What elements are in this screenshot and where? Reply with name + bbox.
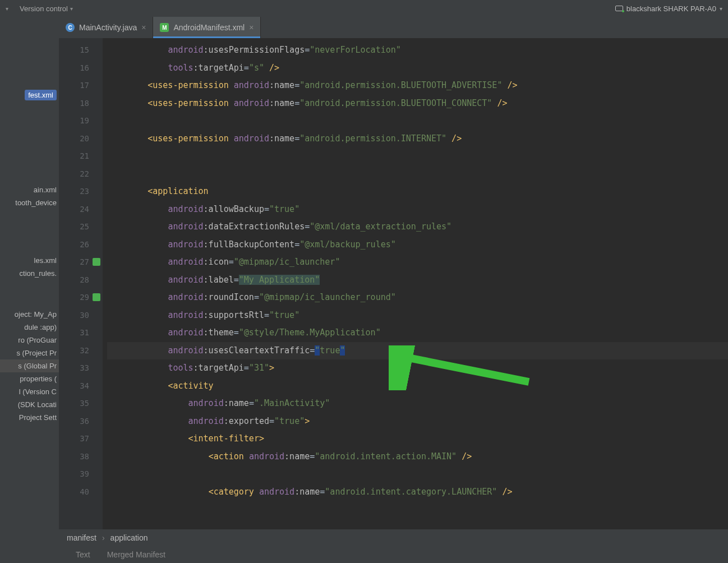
version-control-menu[interactable]: Version control ▾	[20, 4, 73, 13]
line-number: 27	[59, 253, 89, 271]
sidebar-item[interactable]: ro (ProGuar	[0, 334, 59, 347]
code-line[interactable]: android:supportsRtl="true"	[107, 307, 728, 325]
code-line[interactable]: android:theme="@style/Theme.MyApplicatio…	[107, 324, 728, 342]
code-line[interactable]: tools:targetApi="s" />	[107, 59, 728, 77]
code-content[interactable]: android:usesPermissionFlags="neverForLoc…	[103, 38, 728, 529]
line-number: 30	[59, 307, 89, 325]
line-number: 26	[59, 236, 89, 254]
line-number: 28	[59, 271, 89, 289]
close-icon[interactable]: ×	[249, 23, 254, 32]
code-line[interactable]: <application	[107, 183, 728, 201]
code-line[interactable]	[107, 112, 728, 130]
code-line[interactable]: <activity	[107, 377, 728, 395]
device-name: blackshark SHARK PAR-A0	[626, 4, 716, 13]
tab-label: MainActivity.java	[79, 23, 137, 32]
code-line[interactable]	[107, 165, 728, 183]
sidebar-item[interactable]: l (Version C	[0, 385, 59, 398]
line-number: 32	[59, 342, 89, 360]
code-line[interactable]: android:label="My Application"	[107, 271, 728, 289]
code-line[interactable]: android:icon="@mipmap/ic_launcher"	[107, 253, 728, 271]
code-line[interactable]: android:name=".MainActivity"	[107, 395, 728, 413]
line-number: 17	[59, 77, 89, 95]
file-type-icon: C	[66, 23, 75, 32]
sidebar-item[interactable]: les.xml	[0, 254, 59, 267]
code-line[interactable]: android:usesCleartextTraffic="true"	[107, 342, 728, 360]
menu-item[interactable]: ▾	[6, 6, 8, 12]
tab-label: AndroidManifest.xml	[173, 23, 245, 32]
code-line[interactable]	[107, 465, 728, 483]
sidebar-item[interactable]: tooth_device	[0, 196, 59, 209]
sidebar-item[interactable]: oject: My_Ap	[0, 308, 59, 321]
sidebar-item[interactable]: s (Project Pr	[0, 347, 59, 359]
code-line[interactable]	[107, 147, 728, 165]
device-selector[interactable]: blackshark SHARK PAR-A0 ▾	[615, 4, 722, 13]
code-line[interactable]: <uses-permission android:name="android.p…	[107, 130, 728, 148]
line-number: 33	[59, 359, 89, 377]
close-icon[interactable]: ×	[141, 23, 146, 32]
line-number: 40	[59, 483, 89, 501]
code-line[interactable]: <uses-permission android:name="android.p…	[107, 77, 728, 95]
line-number: 35	[59, 395, 89, 413]
line-number: 21	[59, 147, 89, 165]
view-tab[interactable]: Merged Manifest	[107, 550, 165, 559]
code-line[interactable]: <intent-filter>	[107, 430, 728, 448]
line-number: 18	[59, 95, 89, 113]
sidebar-item[interactable]: s (Global Pr	[0, 359, 59, 372]
editor-tab[interactable]: C MainActivity.java ×	[59, 17, 153, 38]
code-line[interactable]: <uses-permission android:name="android.p…	[107, 95, 728, 113]
breadcrumb-item[interactable]: manifest	[67, 533, 96, 542]
device-icon	[615, 6, 623, 11]
chevron-down-icon: ▾	[6, 6, 8, 12]
chevron-down-icon: ▾	[70, 6, 73, 12]
line-number: 23	[59, 183, 89, 201]
line-number: 19	[59, 112, 89, 130]
line-number: 25	[59, 218, 89, 236]
sidebar-item[interactable]: ain.xml	[0, 183, 59, 196]
code-line[interactable]: <category android:name="android.intent.c…	[107, 483, 728, 501]
code-line[interactable]: tools:targetApi="31">	[107, 359, 728, 377]
topbar: ▾ Version control ▾ blackshark SHARK PAR…	[0, 0, 728, 17]
sidebar-item[interactable]: Project Sett	[0, 411, 59, 424]
line-number: 16	[59, 59, 89, 77]
chevron-down-icon: ▾	[720, 6, 722, 12]
project-sidebar[interactable]: fest.xmlain.xmltooth_deviceles.xmlction_…	[0, 17, 59, 563]
code-line[interactable]: <action android:name="android.intent.act…	[107, 448, 728, 466]
line-number: 39	[59, 465, 89, 483]
code-line[interactable]: android:roundIcon="@mipmap/ic_launcher_r…	[107, 289, 728, 307]
android-icon	[93, 293, 100, 301]
line-number: 24	[59, 201, 89, 219]
breadcrumb-item[interactable]: application	[110, 533, 148, 542]
line-gutter: 1516171819202122232425262728293031323334…	[59, 38, 103, 529]
line-number: 29	[59, 289, 89, 307]
line-number: 34	[59, 377, 89, 395]
sidebar-item[interactable]: properties (	[0, 372, 59, 385]
breadcrumb-separator: ›	[102, 533, 105, 542]
code-editor[interactable]: 1516171819202122232425262728293031323334…	[59, 38, 728, 529]
editor-tab[interactable]: M AndroidManifest.xml ×	[153, 17, 261, 38]
android-icon	[93, 258, 100, 266]
line-number: 20	[59, 130, 89, 148]
code-line[interactable]: android:exported="true">	[107, 413, 728, 431]
code-line[interactable]: android:dataExtractionRules="@xml/data_e…	[107, 218, 728, 236]
line-number: 15	[59, 41, 89, 59]
code-line[interactable]: android:fullBackupContent="@xml/backup_r…	[107, 236, 728, 254]
line-number: 37	[59, 430, 89, 448]
file-type-icon: M	[160, 23, 169, 32]
code-line[interactable]: android:allowBackup="true"	[107, 201, 728, 219]
editor-tabs: C MainActivity.java × M AndroidManifest.…	[59, 17, 728, 38]
line-number: 38	[59, 448, 89, 466]
line-number: 36	[59, 413, 89, 431]
breadcrumb-bar: manifest›application	[59, 529, 728, 546]
view-tab[interactable]: Text	[76, 550, 90, 559]
bottom-tabs: TextMerged Manifest	[59, 546, 728, 563]
line-number: 31	[59, 324, 89, 342]
sidebar-item[interactable]: ction_rules.	[0, 267, 59, 280]
sidebar-item[interactable]: dule :app)	[0, 321, 59, 334]
sidebar-item[interactable]: (SDK Locati	[0, 398, 59, 411]
line-number: 22	[59, 165, 89, 183]
code-line[interactable]: android:usesPermissionFlags="neverForLoc…	[107, 41, 728, 59]
version-control-label: Version control	[20, 4, 68, 13]
sidebar-item[interactable]: fest.xml	[25, 90, 57, 100]
